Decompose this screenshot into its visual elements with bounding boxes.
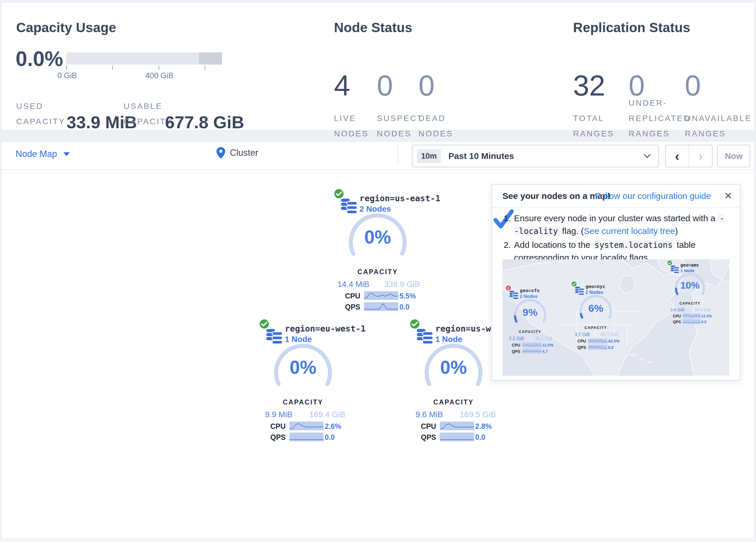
region-node-widget[interactable]: geo=nyc 2 Nodes 6% CAPACITY 3.7 GiB 65.7… <box>569 281 623 337</box>
cpu-label: CPU <box>270 422 286 431</box>
time-range-select[interactable]: 10m Past 10 Minutes <box>412 145 659 167</box>
cpu-value: 12.3% <box>701 314 713 318</box>
node-map-canvas: region=us-east-1 2 Nodes 0% CAPACITY 14.… <box>2 170 754 538</box>
used-capacity-label: USEDCAPACITY <box>16 98 65 129</box>
cpu-sparkline <box>522 343 542 348</box>
popup-header: See your nodes on a map! Follow our conf… <box>492 185 740 208</box>
capacity-caption: CAPACITY <box>503 330 557 334</box>
time-range-label: Past 10 Minutes <box>448 151 514 161</box>
cpu-label: CPU <box>421 422 436 431</box>
cpu-value: 5.5% <box>399 292 423 300</box>
region-node-widget[interactable]: region=us-east-1 2 Nodes 0% CAPACITY 14.… <box>330 188 425 288</box>
map-config-popup: See your nodes on a map! Follow our conf… <box>491 184 740 381</box>
capacity-percent: 0% <box>406 357 501 378</box>
used-capacity-value: 9.9 MiB <box>256 410 302 419</box>
cluster-overview-page: Capacity Usage 0.0% 0 GiB 400 GiB USEDCA… <box>0 0 756 542</box>
qps-label: QPS <box>577 345 586 350</box>
region-label: geo=ams <box>680 262 699 268</box>
time-range-badge: 10m <box>417 149 441 163</box>
under-replicated-label: UNDER-REPLICATEDRANGES <box>629 95 691 141</box>
region-label: geo=sfo <box>520 288 540 293</box>
toolbar-divider <box>398 145 398 165</box>
chevron-down-icon <box>643 154 651 158</box>
capacity-caption: CAPACITY <box>406 398 501 406</box>
qps-value: 0.0 <box>399 303 423 311</box>
suspect-nodes-label: SUSPECTNODES <box>377 111 423 141</box>
used-capacity-value: 14.4 MiB <box>330 280 377 289</box>
qps-sparkline <box>364 302 398 311</box>
total-ranges-label: TOTALRANGES <box>573 111 614 141</box>
cluster-summary-panel: Capacity Usage 0.0% 0 GiB 400 GiB USEDCA… <box>2 3 754 130</box>
qps-sparkline <box>289 433 324 441</box>
region-label: region=eu-west-1 <box>285 324 366 334</box>
footer-strip <box>0 538 756 542</box>
region-node-widget[interactable]: 1 geo=sfo 2 Nodes 9% CAPACITY 3.2 GiB 35… <box>503 285 557 341</box>
capacity-caption: CAPACITY <box>330 268 425 276</box>
region-label: geo=nyc <box>586 284 605 289</box>
time-step-controls: ‹ › <box>665 145 713 167</box>
axis-tick <box>66 65 67 70</box>
region-label: region=us-east-1 <box>359 193 440 203</box>
qps-value: 0.0 <box>475 433 498 442</box>
view-selector-dropdown[interactable]: Node Map <box>16 149 70 159</box>
region-node-widget[interactable]: region=us-west-1 1 Node 0% CAPACITY 9.6 … <box>406 319 501 418</box>
map-toolbar: Node Map Cluster 10m Past 10 Minutes ‹ ›… <box>2 142 754 170</box>
qps-sparkline <box>440 433 474 441</box>
cpu-label: CPU <box>512 343 520 348</box>
qps-sparkline <box>588 345 607 350</box>
cpu-label: CPU <box>577 339 586 344</box>
usable-capacity-value: 65.7 GiB <box>597 332 623 337</box>
capacity-bar <box>66 52 222 65</box>
setup-step-1: 1. Ensure every node in your cluster was… <box>504 212 728 237</box>
breadcrumb[interactable]: Cluster <box>216 147 258 159</box>
cpu-sparkline <box>440 422 474 430</box>
axis-tick-label: 0 GiB <box>57 71 77 80</box>
usable-capacity-value: 169.5 GiB <box>455 410 501 419</box>
cpu-label: CPU <box>673 314 681 318</box>
cpu-value: 2.8% <box>475 422 498 431</box>
live-nodes-value: 4 <box>334 69 350 102</box>
usable-capacity-value: 35.1 GiB <box>531 336 557 341</box>
total-ranges-value: 32 <box>573 69 605 102</box>
qps-sparkline <box>683 319 700 324</box>
replication-status-heading: Replication Status <box>573 20 690 35</box>
close-icon[interactable]: ✕ <box>724 190 733 201</box>
used-capacity-value: 3.7 GiB <box>569 332 595 337</box>
capacity-percent-value: 0.0% <box>16 47 63 71</box>
axis-tick <box>159 65 159 70</box>
capacity-usage-heading: Capacity Usage <box>16 20 116 35</box>
popup-title: See your nodes on a map! <box>502 191 610 201</box>
code-system-locations: system.locations <box>593 240 674 250</box>
used-capacity-value: 3.2 GiB <box>504 336 530 341</box>
cpu-sparkline <box>364 291 398 300</box>
example-map-preview: 1 geo=sfo 2 Nodes 9% CAPACITY 3.2 GiB 35… <box>502 259 729 376</box>
capacity-percent: 0% <box>255 357 351 378</box>
capacity-percent: 10% <box>665 280 715 291</box>
locality-tree-link[interactable]: See current locality tree <box>584 226 675 236</box>
cpu-sparkline <box>588 339 607 344</box>
setup-steps: 1. Ensure every node in your cluster was… <box>504 212 728 265</box>
capacity-percent: 6% <box>569 302 623 314</box>
dead-nodes-value: 0 <box>419 69 435 102</box>
usable-capacity-value: 169.4 GiB <box>304 410 351 419</box>
qps-label: QPS <box>673 320 681 324</box>
cpu-label: CPU <box>345 292 360 300</box>
live-nodes-label: LIVENODES <box>334 111 369 141</box>
dead-nodes-label: DEADNODES <box>419 111 453 141</box>
cpu-value: 2.6% <box>325 422 348 431</box>
axis-tick <box>112 65 113 70</box>
qps-label: QPS <box>512 349 520 354</box>
configuration-guide-link[interactable]: Follow our configuration guide <box>595 191 711 201</box>
region-node-widget[interactable]: geo=ams 1 Node 10% CAPACITY 3.6 GiB 34.4… <box>665 260 715 312</box>
time-forward-button[interactable]: › <box>689 145 712 167</box>
node-status-heading: Node Status <box>334 20 412 35</box>
time-back-button[interactable]: ‹ <box>666 145 689 167</box>
capacity-bar-reserved-segment <box>199 52 222 65</box>
usable-capacity-value: 338.9 GiB <box>379 280 425 289</box>
chevron-down-icon <box>63 152 70 156</box>
region-node-widget[interactable]: region=eu-west-1 1 Node 0% CAPACITY 9.9 … <box>255 319 351 418</box>
qps-value: 0.0 <box>325 433 348 442</box>
cpu-value: 42.5% <box>608 339 621 344</box>
now-button[interactable]: Now <box>717 145 750 167</box>
cpu-sparkline <box>683 314 700 318</box>
